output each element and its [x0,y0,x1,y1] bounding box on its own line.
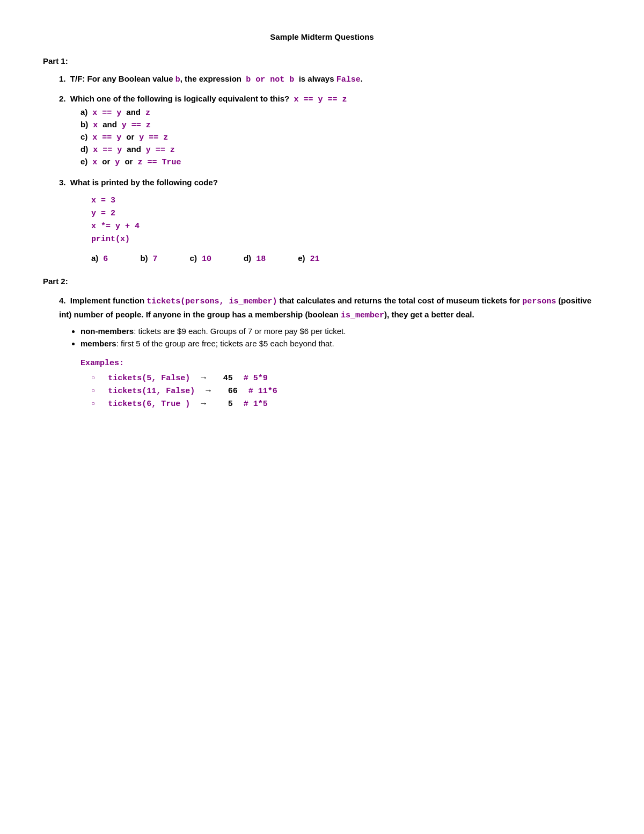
example-arrow-3: → [201,399,206,409]
q2-text: Which one of the following is logically … [68,94,347,103]
example-comment-3: # 1*5 [244,400,268,409]
q2-options: a) x == y and z b) x and y == z c) x == … [80,107,601,167]
q2-option-a: a) x == y and z [80,107,601,118]
q3-mc-options: a) 6 b) 7 c) 10 d) 18 e) 21 [91,253,601,264]
q1-text: T/F: For any Boolean value b, the expres… [68,74,363,83]
question-2: 2. Which one of the following is logical… [59,94,601,167]
example-comment-2: # 11*6 [248,387,277,396]
example-bullet-2: ○ [91,387,95,395]
example-call-3: tickets(6, True ) [108,400,190,409]
example-row-1: ○ tickets(5, False) → 45 # 5*9 [91,373,601,383]
q4-bullet-members: members: first 5 of the group are free; … [80,339,601,348]
q3-code-line4: print(x) [91,233,601,246]
example-call-2: tickets(11, False) [108,387,195,396]
example-comment-1: # 5*9 [244,374,268,383]
q2-option-d: d) x == y and y == z [80,144,601,155]
q4-nonmembers-term: non-members [80,327,134,336]
q3-code-line2: y = 2 [91,207,601,220]
q3-mc-b: b) 7 [140,253,157,264]
q4-members-term: members [80,339,116,348]
q2-option-d-label: d) [80,144,88,154]
q1-code2: b or not b [246,75,294,84]
q4-code-func: tickets(persons, is_member) [147,297,277,306]
example-bullet-3: ○ [91,400,95,408]
example-result-2: 66 [222,387,238,396]
q2-option-c-label: c) [80,132,87,141]
q3-mc-c: c) 10 [190,253,211,264]
example-arrow-2: → [206,386,211,396]
q4-bullets: non-members: tickets are $9 each. Groups… [80,327,601,348]
question-3: 3. What is printed by the following code… [59,178,601,264]
q4-number: 4. [59,296,66,305]
q2-option-a-label: a) [80,107,87,117]
example-bullet-1: ○ [91,374,95,382]
q2-code: x == y == z [294,95,347,104]
q4-code-persons: persons [522,297,556,306]
q3-code-line1: x = 3 [91,194,601,207]
part1-label: Part 1: [43,56,601,66]
example-result-1: 45 [217,374,233,383]
example-arrow-1: → [201,373,206,383]
question-1: 1. T/F: For any Boolean value b, the exp… [59,74,601,84]
q2-option-b: b) x and y == z [80,120,601,130]
example-row-2: ○ tickets(11, False) → 66 # 11*6 [91,386,601,396]
q1-code1: b [175,75,180,84]
q4-bullet-nonmembers: non-members: tickets are $9 each. Groups… [80,327,601,336]
examples-label: Examples: [80,359,601,368]
q3-number: 3. [59,178,66,187]
q3-mc-d: d) 18 [244,253,266,264]
example-row-3: ○ tickets(6, True ) → 5 # 1*5 [91,399,601,409]
q4-code-ismember: is_member [341,311,384,320]
part1-questions: 1. T/F: For any Boolean value b, the exp… [59,74,601,264]
q3-mc-a: a) 6 [91,253,108,264]
example-call-1: tickets(5, False) [108,374,190,383]
q2-option-e-label: e) [80,157,87,166]
q2-option-b-label: b) [80,120,88,129]
q3-code-line3: x *= y + 4 [91,220,601,233]
example-result-3: 5 [217,400,233,409]
q3-code-block: x = 3 y = 2 x *= y + 4 print(x) [91,194,601,246]
part2-questions: 4. Implement function tickets(persons, i… [59,294,601,409]
q4-text: Implement function tickets(persons, is_m… [59,296,591,319]
q1-number: 1. [59,74,66,83]
q1-code3: False [336,75,361,84]
q2-option-c: c) x == y or y == z [80,132,601,142]
page-title: Sample Midterm Questions [43,32,601,41]
q3-text: What is printed by the following code? [68,178,218,187]
q2-option-e: e) x or y or z == True [80,157,601,167]
q2-number: 2. [59,94,66,103]
q3-mc-e: e) 21 [298,253,319,264]
part2-label: Part 2: [43,277,601,286]
question-4: 4. Implement function tickets(persons, i… [59,294,601,409]
